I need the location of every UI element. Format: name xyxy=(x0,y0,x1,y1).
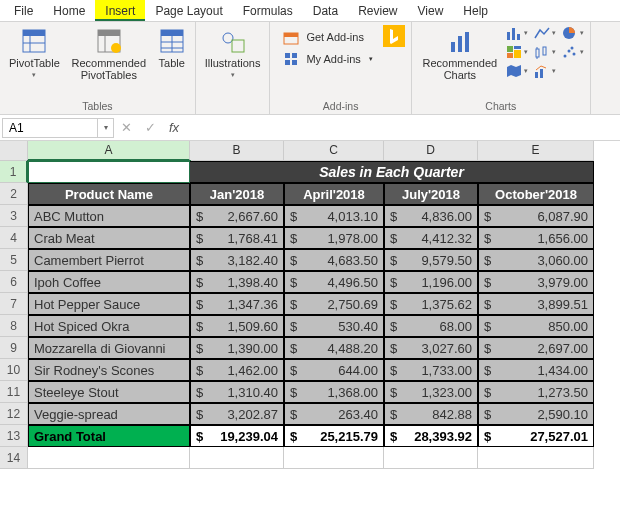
product-name-cell[interactable]: Crab Meat xyxy=(28,227,190,249)
col-header-E[interactable]: E xyxy=(478,141,594,161)
pie-chart-button[interactable]: ▾ xyxy=(562,25,584,41)
cancel-formula-button[interactable]: ✕ xyxy=(114,120,138,135)
cell[interactable]: $3,060.00 xyxy=(478,249,594,271)
select-all-corner[interactable] xyxy=(0,141,28,161)
header-cell[interactable]: Product Name xyxy=(28,183,190,205)
recommended-charts-button[interactable]: Recommended Charts xyxy=(418,25,502,83)
cell[interactable]: $3,027.60 xyxy=(384,337,478,359)
recommended-pivottables-button[interactable]: Recommended PivotTables xyxy=(67,25,151,83)
cell[interactable]: $1,310.40 xyxy=(190,381,284,403)
row-header-4[interactable]: 4 xyxy=(0,227,28,249)
name-box[interactable] xyxy=(2,118,98,138)
grand-total-label[interactable]: Grand Total xyxy=(28,425,190,447)
menu-insert[interactable]: Insert xyxy=(95,0,145,21)
line-chart-button[interactable]: ▾ xyxy=(534,25,556,41)
bing-button[interactable] xyxy=(383,25,405,47)
cell[interactable]: $4,013.10 xyxy=(284,205,384,227)
cell[interactable]: $3,202.87 xyxy=(190,403,284,425)
cell[interactable]: $1,390.00 xyxy=(190,337,284,359)
row-header-6[interactable]: 6 xyxy=(0,271,28,293)
cell[interactable]: $1,733.00 xyxy=(384,359,478,381)
cell[interactable]: $1,347.36 xyxy=(190,293,284,315)
col-header-A[interactable]: A xyxy=(28,141,190,161)
cell[interactable]: $1,768.41 xyxy=(190,227,284,249)
cell[interactable]: $842.88 xyxy=(384,403,478,425)
header-cell[interactable]: April'2018 xyxy=(284,183,384,205)
row-header-8[interactable]: 8 xyxy=(0,315,28,337)
menu-help[interactable]: Help xyxy=(453,0,498,21)
cell[interactable]: $1,273.50 xyxy=(478,381,594,403)
row-header-1[interactable]: 1 xyxy=(0,161,28,183)
cell[interactable]: $3,899.51 xyxy=(478,293,594,315)
product-name-cell[interactable]: Hot Pepper Sauce xyxy=(28,293,190,315)
cell[interactable]: $19,239.04 xyxy=(190,425,284,447)
row-header-7[interactable]: 7 xyxy=(0,293,28,315)
cell[interactable]: $2,750.69 xyxy=(284,293,384,315)
pivottable-button[interactable]: PivotTable ▾ xyxy=(6,25,63,81)
cell[interactable]: $1,978.00 xyxy=(284,227,384,249)
row-header-5[interactable]: 5 xyxy=(0,249,28,271)
product-name-cell[interactable]: Steeleye Stout xyxy=(28,381,190,403)
empty-cell[interactable] xyxy=(284,447,384,469)
cell[interactable]: $1,462.00 xyxy=(190,359,284,381)
product-name-cell[interactable]: ABC Mutton xyxy=(28,205,190,227)
menu-pagelayout[interactable]: Page Layout xyxy=(145,0,232,21)
combo-chart-button[interactable]: ▾ xyxy=(534,63,556,79)
cell[interactable]: $1,398.40 xyxy=(190,271,284,293)
row-header-13[interactable]: 13 xyxy=(0,425,28,447)
cell[interactable]: $27,527.01 xyxy=(478,425,594,447)
empty-cell[interactable] xyxy=(28,447,190,469)
empty-cell[interactable] xyxy=(190,447,284,469)
row-header-12[interactable]: 12 xyxy=(0,403,28,425)
row-header-11[interactable]: 11 xyxy=(0,381,28,403)
cell[interactable]: $68.00 xyxy=(384,315,478,337)
header-cell[interactable]: October'2018 xyxy=(478,183,594,205)
header-cell[interactable]: July'2018 xyxy=(384,183,478,205)
map-chart-button[interactable]: ▾ xyxy=(506,63,528,79)
product-name-cell[interactable]: Camembert Pierrot xyxy=(28,249,190,271)
menu-view[interactable]: View xyxy=(408,0,454,21)
cell[interactable]: $25,215.79 xyxy=(284,425,384,447)
menu-review[interactable]: Review xyxy=(348,0,407,21)
col-header-C[interactable]: C xyxy=(284,141,384,161)
row-header-9[interactable]: 9 xyxy=(0,337,28,359)
product-name-cell[interactable]: Hot Spiced Okra xyxy=(28,315,190,337)
statistic-chart-button[interactable]: ▾ xyxy=(534,44,556,60)
cell[interactable]: $1,509.60 xyxy=(190,315,284,337)
my-addins-button[interactable]: My Add-ins ▾ xyxy=(280,49,374,69)
cell[interactable]: $1,368.00 xyxy=(284,381,384,403)
col-header-B[interactable]: B xyxy=(190,141,284,161)
row-header-2[interactable]: 2 xyxy=(0,183,28,205)
row-header-14[interactable]: 14 xyxy=(0,447,28,469)
cell[interactable]: $850.00 xyxy=(478,315,594,337)
cell[interactable]: $3,182.40 xyxy=(190,249,284,271)
cell[interactable]: $2,667.60 xyxy=(190,205,284,227)
col-header-D[interactable]: D xyxy=(384,141,478,161)
cell[interactable]: $4,488.20 xyxy=(284,337,384,359)
cell[interactable]: $1,375.62 xyxy=(384,293,478,315)
cell[interactable]: $9,579.50 xyxy=(384,249,478,271)
cell[interactable]: $3,979.00 xyxy=(478,271,594,293)
enter-formula-button[interactable]: ✓ xyxy=(138,120,162,135)
menu-formulas[interactable]: Formulas xyxy=(233,0,303,21)
get-addins-button[interactable]: Get Add-ins xyxy=(280,27,374,47)
product-name-cell[interactable]: Mozzarella di Giovanni xyxy=(28,337,190,359)
row-header-3[interactable]: 3 xyxy=(0,205,28,227)
fx-button[interactable]: fx xyxy=(162,120,186,135)
product-name-cell[interactable]: Ipoh Coffee xyxy=(28,271,190,293)
empty-cell[interactable] xyxy=(478,447,594,469)
menu-data[interactable]: Data xyxy=(303,0,348,21)
column-chart-button[interactable]: ▾ xyxy=(506,25,528,41)
cell[interactable]: $4,836.00 xyxy=(384,205,478,227)
cell[interactable]: $1,196.00 xyxy=(384,271,478,293)
table-button[interactable]: Table xyxy=(155,25,189,71)
title-cell[interactable]: Sales in Each Quarter xyxy=(190,161,594,183)
hierarchy-chart-button[interactable]: ▾ xyxy=(506,44,528,60)
cell[interactable]: $2,590.10 xyxy=(478,403,594,425)
cell[interactable]: $263.40 xyxy=(284,403,384,425)
formula-input[interactable] xyxy=(186,118,618,138)
menu-home[interactable]: Home xyxy=(43,0,95,21)
cell-A1[interactable] xyxy=(28,161,190,183)
header-cell[interactable]: Jan'2018 xyxy=(190,183,284,205)
scatter-chart-button[interactable]: ▾ xyxy=(562,44,584,60)
